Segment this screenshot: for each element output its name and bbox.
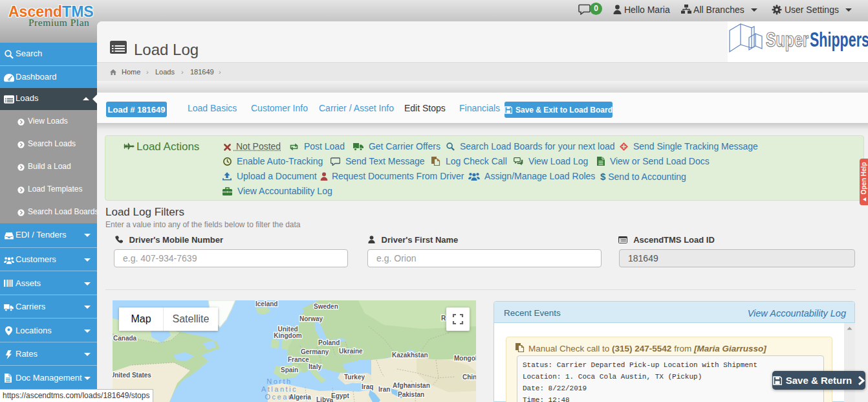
svg-text:China: China [462,374,476,381]
svg-text:United States: United States [113,372,151,379]
svg-text:Norway: Norway [299,315,323,322]
svg-text:Iraq: Iraq [362,383,373,390]
svg-text:R: R [441,315,446,322]
svg-text:Iran: Iran [378,386,390,393]
svg-text:Kazakhstan: Kazakhstan [392,352,428,359]
svg-text:Iceland: Iceland [255,300,277,307]
svg-text:Mongolia: Mongolia [454,355,476,362]
svg-text:Shippers: Shippers [810,28,868,51]
svg-text:Sweden: Sweden [314,303,338,310]
svg-text:Poland: Poland [318,339,340,346]
svg-text:Italy: Italy [309,363,321,370]
svg-text:Ocean: Ocean [265,393,294,401]
svg-text:Super: Super [766,28,808,51]
svg-text:North: North [266,377,292,385]
svg-text:UnitedKingdom: UnitedKingdom [274,326,301,339]
svg-text:Afghanistan: Afghanistan [393,382,430,389]
svg-text:Turkey: Turkey [344,374,365,381]
svg-text:Atlantic: Atlantic [261,385,298,393]
svg-text:France: France [288,356,309,363]
svg-text:Canada: Canada [113,335,137,342]
svg-text:Spain: Spain [281,366,298,374]
svg-text:Egypt: Egypt [331,392,349,399]
svg-text:Pakistan: Pakistan [398,391,424,398]
svg-text:Ukraine: Ukraine [339,348,363,355]
svg-text:Germany: Germany [301,348,329,355]
